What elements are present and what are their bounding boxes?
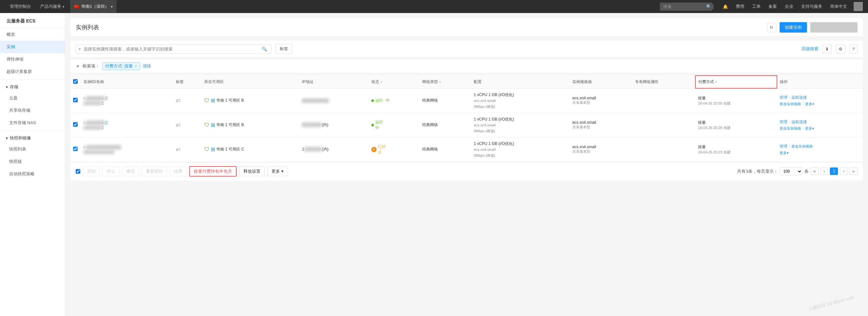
row1-tag-icon[interactable]: 🏷	[176, 98, 181, 103]
fee-link[interactable]: 费用	[732, 0, 748, 13]
row2-tag-icon[interactable]: 🏷	[176, 122, 181, 128]
help-icon-btn[interactable]: ?	[849, 45, 858, 54]
row1-ip-cell: xxx.xxx.xxx.xxx	[299, 88, 368, 113]
page-size-select[interactable]: 100 50 20	[780, 168, 802, 175]
sidebar-item-autopolicy[interactable]: 自动快照策略	[3, 168, 65, 180]
row2-pay-cell: 按量 18-04-26 20:28 创建	[695, 113, 777, 137]
row3-config-cell: 1 vCPU 1 GB (I/O优化) ecs.xn4.small 0Mbps …	[471, 137, 570, 162]
sidebar-item-autoscaling[interactable]: 弹性伸缩	[0, 53, 65, 66]
filter-tag-close-icon[interactable]: ×	[135, 64, 137, 68]
reset-pwd-button[interactable]: 重置密码	[142, 167, 167, 176]
notification-bell[interactable]: 🔔	[719, 0, 732, 13]
sidebar-item-sharedstorage[interactable]: 共享块存储	[3, 104, 65, 117]
first-page-button[interactable]: «	[811, 168, 819, 175]
enterprise-link[interactable]: 企业	[781, 0, 797, 13]
download-icon-btn[interactable]: ⬇	[822, 45, 832, 54]
row3-status-cell: ⏸ 已停止	[369, 137, 420, 162]
current-page-button[interactable]: 1	[830, 168, 838, 175]
row1-vpc-cell	[632, 88, 695, 113]
refresh-button[interactable]: ↻	[767, 23, 776, 32]
row1-checkbox[interactable]	[73, 98, 78, 102]
products-services-menu[interactable]: 产品与服务 ▾	[36, 0, 69, 13]
more-dropdown-button[interactable]: 更多 ▾	[267, 167, 288, 176]
row3-more-link[interactable]: 更多▾	[780, 150, 789, 155]
row2-ip-blurred: xxx.xxx.xxx	[302, 122, 322, 127]
table-row: i-xxxxxxxxxxZ xxxxxxxxxxZ 🏷 🛡	[70, 88, 863, 113]
prev-page-button[interactable]: ‹	[821, 168, 828, 175]
restart-button[interactable]: 重启	[122, 167, 139, 176]
th-pay-method[interactable]: 付费方式 ▾	[695, 76, 777, 88]
row1-remote-link[interactable]: 远程连接	[791, 95, 807, 100]
sidebar-item-supercompute[interactable]: 超级计算集群	[0, 66, 65, 78]
sidebar-item-clouddisk[interactable]: 云盘	[3, 92, 65, 104]
filter-search-button[interactable]: 🔍	[260, 46, 269, 52]
row3-instance-id-cell: i-xxxxxxxxxxxxxxxxxx xxxxxxxxxxxxxxxxx	[81, 137, 173, 162]
clear-filters-link[interactable]: 清除	[143, 63, 151, 69]
row1-instance-id-cell: i-xxxxxxxxxxZ xxxxxxxxxxZ	[81, 88, 173, 113]
filter-arrow-icon[interactable]: ▾	[79, 46, 81, 51]
settings-icon-btn[interactable]: ⚙	[836, 45, 845, 54]
row3-change-spec-link[interactable]: 更改实例规格	[791, 144, 813, 149]
convert-pay-button[interactable]: 按量付费转包年包月	[189, 166, 237, 177]
region-selector[interactable]: 🇨🇳 华南1（深圳） ▾	[70, 0, 117, 13]
th-network[interactable]: 网络类型 ▾	[420, 76, 471, 88]
advanced-search-link[interactable]: 高级搜索	[801, 46, 818, 52]
row3-manage-link[interactable]: 管理	[780, 144, 787, 149]
row3-tag-icon[interactable]: 🏷	[176, 147, 181, 152]
sidebar-item-nas[interactable]: 文件存储 NAS	[3, 117, 65, 129]
continue-button[interactable]: 续费	[170, 167, 187, 176]
row2-remote-link[interactable]: 远程连接	[791, 119, 807, 125]
row1-action-links-bottom: 更改实例规格 | 更多▾	[780, 102, 860, 107]
workorder-link[interactable]: 工单	[748, 0, 765, 13]
filter-label: 检索项：	[83, 63, 99, 69]
row2-change-spec-link[interactable]: 更改实例规格	[780, 126, 801, 131]
last-page-button[interactable]: »	[849, 168, 858, 175]
sidebar: 云服务器 ECS 概览 实例 弹性伸缩 超级计算集群 ▼ 存储 云盘 共享块存储…	[0, 13, 65, 316]
tag-button[interactable]: 标签	[275, 44, 292, 54]
status-sort-icon: ▾	[380, 80, 382, 84]
row2-instance-id-cell: i-xxxxxxxxxxZ xxxxxxxxxxZ	[81, 113, 173, 137]
row2-instance-id[interactable]: i-xxxxxxxxxxZ	[84, 120, 170, 125]
release-button[interactable]: 释放设置	[239, 167, 265, 176]
row1-status-dot	[371, 99, 374, 102]
create-instance-button[interactable]: 创建实例	[780, 22, 807, 33]
row1-change-spec-link[interactable]: 更改实例规格	[780, 102, 801, 107]
sidebar-section-storage[interactable]: ▼ 存储	[0, 81, 65, 92]
filter-search-input[interactable]	[84, 46, 260, 51]
user-avatar[interactable]	[854, 2, 863, 11]
row1-checkbox-cell	[70, 88, 81, 113]
sidebar-section-snapshot[interactable]: ▼ 快照和镜像	[0, 132, 65, 143]
row2-checkbox[interactable]	[73, 122, 78, 127]
row1-instance-id[interactable]: i-xxxxxxxxxxZ	[84, 96, 170, 101]
row3-stop-icon: ⏸	[371, 147, 377, 152]
storage-section-arrow: ▼	[5, 85, 8, 89]
main-layout: 云服务器 ECS 概览 实例 弹性伸缩 超级计算集群 ▼ 存储 云盘 共享块存储…	[0, 13, 868, 316]
row2-tag-cell: 🏷	[173, 113, 202, 137]
start-button[interactable]: 启动	[83, 167, 100, 176]
th-status[interactable]: 状态 ▾	[369, 76, 420, 88]
row1-manage-link[interactable]: 管理	[780, 95, 787, 100]
sidebar-item-overview[interactable]: 概览	[0, 28, 65, 41]
row3-checkbox[interactable]	[73, 147, 78, 151]
brand-link[interactable]: 管理控制台	[5, 0, 36, 13]
row1-more-link[interactable]: 更多▾	[805, 102, 814, 107]
snapshot-section-arrow: ▼	[5, 137, 8, 140]
table-row: i-xxxxxxxxxxxxxxxxxx xxxxxxxxxxxxxxxxx 🏷	[70, 137, 863, 162]
row1-pay-type: 按量	[698, 96, 775, 101]
backup-link[interactable]: 备案	[765, 0, 781, 13]
global-search-button[interactable]: 🔍	[704, 4, 714, 9]
row2-manage-link[interactable]: 管理	[780, 119, 787, 125]
stop-button[interactable]: 停止	[102, 167, 119, 176]
support-link[interactable]: 支持与服务	[797, 0, 826, 13]
sidebar-item-snapshotchain[interactable]: 快照链	[3, 155, 65, 168]
sidebar-item-snapshotlist[interactable]: 快照列表	[3, 143, 65, 155]
sidebar-item-instances[interactable]: 实例	[0, 41, 65, 53]
bottom-select-all[interactable]	[76, 169, 80, 174]
row3-checkbox-cell	[70, 137, 81, 162]
next-page-button[interactable]: ›	[840, 168, 847, 175]
language-selector[interactable]: 简体中文	[826, 0, 851, 13]
select-all-checkbox[interactable]	[73, 79, 78, 84]
row2-ip-cell: xxx.xxx.xxx(内)	[299, 113, 368, 137]
row2-more-link[interactable]: 更多▾	[805, 126, 814, 131]
row3-instance-id[interactable]: i-xxxxxxxxxxxxxxxxxx	[84, 145, 170, 149]
